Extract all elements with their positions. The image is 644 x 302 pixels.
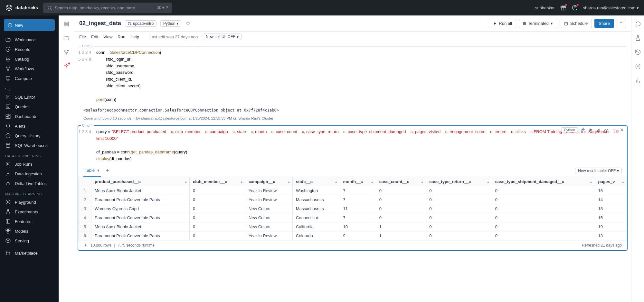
nav-experiments[interactable]: Experiments [0,207,59,217]
lang-tag[interactable]: Python [561,127,578,132]
nav-data-ingestion[interactable]: Data Ingestion [0,169,59,179]
col-product_purchased__c[interactable]: product_purchased__c▲ [91,177,190,186]
star-icon[interactable] [185,21,191,26]
result-tab-table[interactable]: Table ▾ [83,165,101,177]
gift-icon[interactable] [560,5,566,11]
nav-sql-editor[interactable]: SQL Editor [0,92,59,102]
branch-icon[interactable] [63,49,70,55]
svg-rect-14 [8,116,10,119]
nav-query-history[interactable]: Query History [0,131,59,141]
account-email[interactable]: sharda.rao@salesforce.com ▾ [583,5,639,10]
result-table-toggle[interactable]: New result table: OFF ▾ [575,168,622,174]
code-cell-3[interactable]: Cmd 3 1 2 3 4 5 6 7 8 conn = SalesforceC… [78,46,627,123]
run-cell-icon[interactable] [588,127,593,132]
search-shortcut: ⌘ + P [157,5,168,10]
new-button[interactable]: New [4,19,55,31]
cluster-selector[interactable]: Terminated ▾ [519,19,557,28]
bar-chart-icon[interactable] [635,77,641,84]
nav-catalog[interactable]: Catalog [0,54,59,64]
nav-features[interactable]: Features [0,217,59,226]
code-lines[interactable]: conn = SalesforceCDPConnection( sfdc_log… [96,49,627,103]
col-club_member__c[interactable]: club_member__c▲ [189,177,245,186]
share-button[interactable]: Share [594,19,614,28]
col-state__c[interactable]: state__c▲ [293,177,340,186]
table-row[interactable]: 2Paramount Peak Convertible Pants0Year-i… [79,195,627,204]
menu-run[interactable]: Run [118,34,125,39]
sort-icon[interactable]: ▲ [287,180,290,183]
last-edit-link[interactable]: Last edit was 27 days ago [149,34,198,39]
chevron-down-icon[interactable] [604,127,609,132]
cmd-label: Cmd 3 [81,44,94,48]
sort-icon[interactable]: ▲ [184,180,187,183]
sort-icon[interactable]: ▲ [335,180,338,183]
nav-queries[interactable]: Queries [0,102,59,112]
help-icon[interactable] [572,5,578,11]
sql-warehouses-icon [5,142,11,148]
col-case_type_return__c[interactable]: case_type_return__c▲ [426,177,492,186]
result-tabs: Table ▾ + New result table: OFF ▾ [78,165,627,177]
sort-icon[interactable]: ▲ [487,180,490,183]
nav-models[interactable]: Models [0,226,59,236]
svg-rect-20 [6,229,7,230]
nav-marketplace[interactable]: Marketplace [0,248,59,258]
history-icon[interactable] [635,49,641,55]
menu-edit[interactable]: Edit [91,34,98,39]
global-search[interactable]: Search data, notebooks, recents, and mor… [43,3,172,13]
code-lines[interactable]: query = "SELECT product_purchased__c, cl… [96,129,627,162]
schedule-button[interactable]: Schedule [560,19,592,28]
svg-rect-23 [64,22,68,23]
table-row[interactable]: 4Paramount Peak Convertible Pants0New Co… [79,213,627,222]
newcell-toggle[interactable]: New cell UI: OFF ▾ [203,34,241,40]
menu-file[interactable]: File [79,34,86,39]
nav-delta-live-tables[interactable]: Delta Live Tables [0,179,59,188]
sort-icon[interactable]: ▲ [240,180,243,183]
flask-icon[interactable] [635,35,641,41]
git-branch-chip[interactable]: update-intro [125,20,156,27]
col-month__c[interactable]: month__c▲ [340,177,376,186]
username-label[interactable]: subhankar [535,5,555,10]
col-case_count__c[interactable]: case_count__c▲ [376,177,426,186]
language-selector[interactable]: Python ▾ [160,20,181,27]
comment-icon[interactable] [635,21,641,27]
col-campaign__c[interactable]: campaign__c▲ [245,177,293,186]
sort-icon[interactable]: ▲ [371,180,374,183]
table-row[interactable]: 5Mens Apex Bionic Jacket0New ColorsCalif… [79,222,627,231]
chart-icon[interactable] [596,127,601,132]
nav-playground[interactable]: Playground [0,197,59,207]
nav-section-ml: Machine Learning [0,188,59,197]
notebook-title[interactable]: 02_ingest_data [79,20,121,27]
nav-workflows[interactable]: Workflows [0,64,59,73]
table-row[interactable]: 3Womens Cypress Capri0New ColorsMassachu… [79,204,627,213]
chevron-down-icon[interactable]: ▾ [97,168,99,173]
menu-view[interactable]: View [103,34,112,39]
folder-icon[interactable] [63,35,70,41]
run-all-button[interactable]: Run all [489,19,516,28]
nav-serving[interactable]: Serving [0,236,59,246]
nav-sql-warehouses[interactable]: SQL Warehouses [0,141,59,150]
assistant-icon[interactable] [581,127,586,132]
code-cell-4[interactable]: Cmd 4 Python 1 2 3 4 query = "SELECT pro… [78,126,627,250]
variable-icon[interactable] [635,63,641,70]
close-icon[interactable] [619,127,624,132]
nav-recents[interactable]: Recents [0,44,59,54]
nav-job-runs[interactable]: Job Runs [0,159,59,169]
nav-compute[interactable]: Compute [0,73,59,83]
col-pages_v[interactable]: pages_v▲ [595,177,627,186]
download-icon[interactable] [83,243,88,248]
data-ingestion-icon [5,171,11,177]
sort-icon[interactable]: ▲ [621,180,625,183]
table-row[interactable]: 1Mens Apex Bionic Jacket0Year-in ReviewW… [79,186,627,195]
col-case_type_shipment_damaged__c[interactable]: case_type_shipment_damaged__c▲ [492,177,595,186]
logo[interactable]: databricks [5,4,38,12]
collapse-button[interactable]: ⌃ [617,19,626,28]
table-row[interactable]: 6Paramount Peak Convertible Pants0Year-i… [79,231,627,240]
nav-dashboards[interactable]: Dashboards [0,112,59,121]
minimize-icon[interactable] [611,127,617,132]
nav-alerts[interactable]: Alerts [0,121,59,131]
nav-workspace[interactable]: Workspace [0,35,59,44]
sort-icon[interactable]: ▲ [421,180,424,183]
menu-help[interactable]: Help [130,34,139,39]
sort-icon[interactable]: ▲ [590,180,593,183]
add-result-tab[interactable]: + [106,167,109,174]
toc-icon[interactable] [63,21,70,27]
